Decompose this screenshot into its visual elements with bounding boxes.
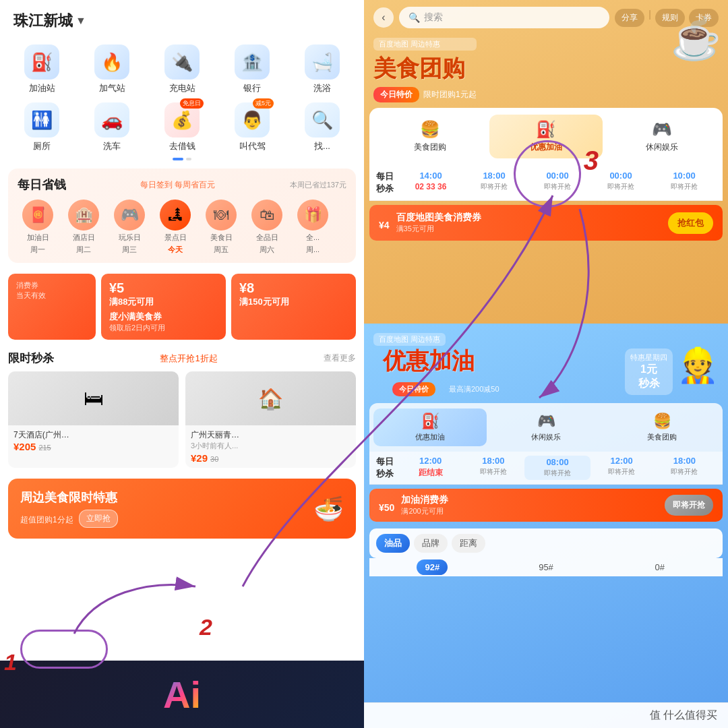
day-item-sat[interactable]: 🛍 全品日 周六 [247, 200, 287, 255]
flash-item-2-price: ¥29 [191, 452, 208, 464]
food-coupon-btn[interactable]: 抢红包 [668, 212, 713, 234]
day-label-tue: 周二 [76, 245, 91, 255]
fuel-grade-92[interactable]: 92# [379, 562, 486, 572]
food-promo-badge: 百度地图 周边特惠 [373, 38, 477, 51]
food-coupon-name: 百度地图美食消费券 [396, 212, 661, 224]
day-icon-sun: 🎁 [304, 206, 322, 224]
service-loan[interactable]: 💰 免息日 去借钱 [148, 100, 216, 155]
gas-cat-tab-food[interactable]: 🍔 美食团购 [605, 408, 719, 446]
slot-1-status: 02 33 36 [415, 182, 447, 191]
food-time-slots: 每日 秒杀 14:00 02 33 36 18:00 即将开抢 00:00 即将… [369, 165, 723, 201]
gas-slot-2-status: 即将开抢 [480, 467, 507, 477]
cat-tab-food[interactable]: 🍔 美食团购 [373, 115, 487, 158]
share-btn[interactable]: 分享 [615, 9, 644, 27]
slot-3[interactable]: 00:00 即将开抢 [526, 171, 589, 195]
gas-slot-1[interactable]: 12:00 距结束 [399, 456, 462, 480]
day-item-mon[interactable]: 🧧 加油日 周一 [18, 200, 58, 255]
watermark-left: Ai [0, 661, 364, 728]
search-bar[interactable]: 🔍 搜索 [399, 7, 609, 28]
bath-icon: 🛁 [311, 52, 333, 73]
food-banner-sub: 超值团购1分起 [20, 514, 73, 526]
gas-slot-3[interactable]: 08:00 即将开抢 [524, 456, 590, 480]
flash-item-2[interactable]: 🏠 广州天丽青… 3小时前有人... ¥29 30 [185, 371, 356, 468]
flash-sale-more[interactable]: 查看更多 [324, 353, 356, 364]
day-icon-fri: 🍽 [214, 206, 229, 224]
service-find[interactable]: 🔍 找... [289, 100, 356, 155]
gas-cat-tab-leisure[interactable]: 🎮 休闲娱乐 [489, 408, 603, 446]
service-driver[interactable]: 👨 减5元 叫代驾 [218, 100, 286, 155]
food-tab-icon: 🍔 [420, 120, 440, 139]
service-gas-station[interactable]: ⛽ 加油站 [8, 42, 75, 97]
food-banner[interactable]: 周边美食限时特惠 超值团购1分起 立即抢 🍜 [8, 479, 356, 539]
gas-slot-2-time: 18:00 [482, 456, 504, 466]
flash-item-1[interactable]: 🛏 7天酒店(广州… ¥205 215 [8, 371, 179, 468]
gas-cat-tab-gas[interactable]: ⛽ 优惠加油 [373, 408, 487, 446]
slot-1[interactable]: 14:00 02 33 36 [399, 171, 462, 195]
food-coupon-bar[interactable]: ¥4 百度地图美食消费券 满35元可用 抢红包 [369, 205, 723, 241]
gas-slot-1-status: 距结束 [419, 467, 443, 479]
gas-special-label: 特惠星期四 [630, 353, 667, 363]
fuel-tab-oil[interactable]: 油品 [376, 534, 410, 553]
food-banner-btn[interactable]: 立即抢 [79, 510, 118, 528]
fuel-tab-dist[interactable]: 距离 [452, 534, 485, 553]
gas-slot-4[interactable]: 12:00 即将开抢 [590, 456, 653, 480]
gas-coupon-btn[interactable]: 即将开抢 [665, 495, 713, 516]
fuel-grade-0[interactable]: 0# [606, 562, 713, 572]
day-item-wed[interactable]: 🎮 玩乐日 周三 [109, 200, 150, 255]
find-icon: 🔍 [311, 110, 333, 131]
day-label-name-wed: 玩乐日 [119, 233, 141, 243]
gas-icon: 🔥 [101, 52, 123, 73]
watermark-right-text: 值 什么值得买 [650, 708, 717, 723]
service-gas[interactable]: 🔥 加气站 [78, 42, 146, 97]
bank-icon: 🏦 [241, 52, 263, 73]
slot-5[interactable]: 10:00 即将开抢 [653, 171, 716, 195]
coupon-card-1-valid: 当天有效 [16, 291, 88, 301]
cat-tab-leisure[interactable]: 🎮 休闲娱乐 [605, 115, 719, 158]
driver-icon: 👨 [241, 110, 263, 131]
gas-slot-label: 每日 秒杀 [376, 456, 394, 480]
slot-label: 每日 秒杀 [376, 171, 394, 195]
service-grid: ⛽ 加油站 🔥 加气站 🔌 充电站 🏦 银行 🛁 洗浴 [0, 36, 364, 160]
gas-slot-5[interactable]: 18:00 即将开抢 [653, 456, 716, 480]
flash-item-2-name: 广州天丽青… [191, 429, 351, 441]
category-tabs: 🍔 美食团购 ⛽ 优惠加油 🎮 休闲娱乐 [369, 108, 723, 165]
day-icon-mon: 🧧 [29, 206, 47, 224]
day-item-fri[interactable]: 🍽 美食日 周五 [201, 200, 241, 255]
food-tab-label: 美食团购 [414, 142, 446, 153]
flash-sale-section: 限时秒杀 整点开抢1折起 查看更多 🛏 7天酒店(广州… ¥205 215 🏠 … [8, 351, 356, 468]
slot-label-2: 秒杀 [376, 183, 394, 195]
coupon-card-1[interactable]: 消费券 当天有效 [8, 274, 96, 340]
service-bank[interactable]: 🏦 银行 [218, 42, 286, 97]
cat-tab-gas[interactable]: ⛽ 优惠加油 [489, 115, 603, 158]
slot-4[interactable]: 00:00 即将开抢 [589, 171, 653, 195]
gas-coupon-currency: ¥ [379, 502, 384, 513]
food-banner-icon: 🍜 [313, 495, 344, 523]
service-toilet[interactable]: 🚻 厕所 [8, 100, 75, 155]
gas-leisure-icon: 🎮 [537, 413, 555, 430]
day-item-tue[interactable]: 🏨 酒店日 周二 [63, 200, 104, 255]
toilet-icon: 🚻 [31, 110, 53, 131]
coupon-card-3[interactable]: ¥8 满150元可用 [231, 274, 356, 340]
service-charge[interactable]: 🔌 充电站 [148, 42, 216, 97]
slot-2[interactable]: 18:00 即将开抢 [462, 171, 526, 195]
flash-item-2-original: 30 [210, 455, 218, 463]
coupon-card-2-desc: 领取后2日内可用 [109, 323, 218, 333]
gas-slot-2[interactable]: 18:00 即将开抢 [462, 456, 524, 480]
day-item-today[interactable]: 🏞 景点日 今天 [155, 200, 195, 255]
service-driver-label: 叫代驾 [239, 140, 266, 152]
gas-slot-label-1: 每日 [376, 456, 394, 468]
fuel-tab-brand[interactable]: 品牌 [414, 534, 448, 553]
fuel-header: 92# 95# 0# [369, 558, 723, 576]
service-carwash[interactable]: 🚗 洗车 [78, 100, 146, 155]
food-coupon-info: 百度地图美食消费券 满35元可用 [396, 212, 661, 234]
service-toilet-label: 厕所 [33, 140, 51, 152]
back-button[interactable]: ‹ [373, 7, 394, 28]
gas-tab-label: 优惠加油 [530, 142, 562, 153]
gas-coupon-bar[interactable]: ¥50 加油消费券 满200元可用 即将开抢 [369, 489, 723, 522]
chevron-down-icon[interactable]: ▼ [75, 15, 86, 27]
coupon-card-2[interactable]: ¥5 满88元可用 度小满美食券 领取后2日内可用 [101, 274, 226, 340]
service-bath[interactable]: 🛁 洗浴 [289, 42, 356, 97]
watermark-text: Ai [163, 673, 201, 717]
day-item-sun[interactable]: 🎁 全... 周... [293, 200, 333, 255]
fuel-grade-95[interactable]: 95# [493, 562, 600, 572]
